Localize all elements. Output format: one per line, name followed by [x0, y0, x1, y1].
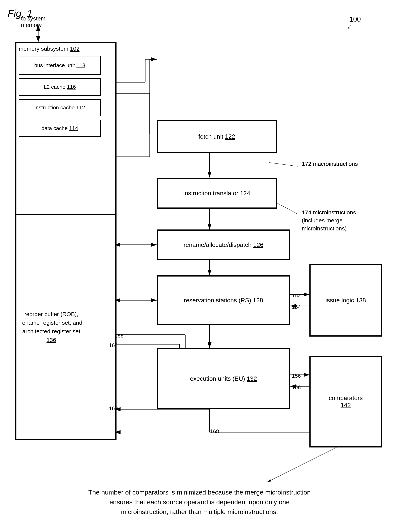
microinstructions-label: 174 microinstructions (includes merge mi… — [302, 209, 371, 233]
arrow-100-icon: ↑ — [345, 23, 354, 32]
fetch-unit-box: fetch unit 122 — [157, 120, 277, 153]
svg-line-39 — [267, 444, 344, 482]
macroinstructions-label: 172 macroinstructions — [302, 161, 359, 167]
rename-allocate-dispatch-box: rename/allocate/dispatch 126 — [157, 229, 290, 260]
bus-interface-unit-box: bus interface unit 118 — [19, 56, 101, 75]
label-166: 166 — [115, 333, 123, 339]
svg-line-37 — [269, 163, 298, 166]
label-154: 154 — [292, 304, 301, 310]
execution-units-box: execution units (EU) 132 — [157, 348, 290, 409]
memory-subsystem-label: memory subsystem 102 — [19, 45, 80, 52]
comparators-box: comparators142 — [309, 356, 382, 448]
reorder-buffer-box: reorder buffer (ROB),rename register set… — [15, 214, 117, 440]
caption-text: The number of comparators is minimized b… — [85, 488, 314, 517]
label-168: 168 — [210, 428, 219, 434]
to-system-memory-label: to system memory — [21, 15, 59, 28]
instruction-translator-box: instruction translator 124 — [157, 178, 277, 209]
label-164: 164 — [109, 342, 118, 348]
label-152: 152 — [292, 293, 301, 299]
reorder-buffer-label: reorder buffer (ROB),rename register set… — [20, 310, 82, 344]
ref-100: 100 — [349, 15, 361, 23]
label-158: 158 — [292, 384, 301, 391]
reservation-stations-box: reservation stations (RS) 128 — [157, 275, 290, 325]
instruction-cache-box: instruction cache 112 — [19, 99, 101, 116]
label-162: 162 — [109, 405, 118, 412]
data-cache-box: data cache 114 — [19, 120, 101, 137]
l2-cache-box: L2 cache 116 — [19, 78, 101, 96]
label-156: 156 — [292, 373, 301, 379]
issue-logic-box: issue logic 138 — [309, 264, 382, 336]
